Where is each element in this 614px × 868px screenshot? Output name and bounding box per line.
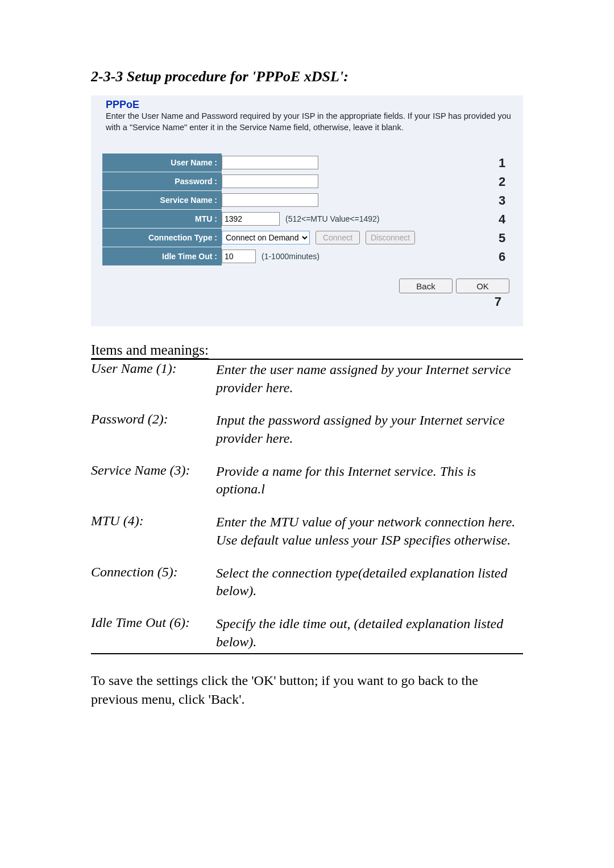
mtu-input[interactable] [222, 212, 280, 226]
callout-4: 4 [492, 210, 512, 229]
idle-timeout-input[interactable] [222, 250, 256, 263]
item-row: MTU (4): Enter the MTU value of your net… [91, 511, 523, 562]
item-term: User Name (1): [91, 361, 216, 397]
connection-type-select[interactable]: Connect on Demand [222, 231, 310, 244]
item-term: Password (2): [91, 412, 216, 447]
item-desc: Enter the user name assigned by your Int… [216, 361, 523, 397]
callout-6: 6 [492, 247, 512, 266]
callout-7: 7 [102, 294, 512, 309]
section-heading: 2-3-3 Setup procedure for 'PPPoE xDSL': [91, 68, 523, 85]
back-button[interactable]: Back [399, 279, 453, 293]
idle-timeout-hint: (1-1000minutes) [262, 252, 320, 261]
idle-timeout-label: Idle Time Out : [102, 247, 222, 265]
mtu-label: MTU : [102, 210, 222, 228]
callout-numbers: 1 2 3 4 5 6 [492, 153, 512, 266]
callout-2: 2 [492, 172, 512, 191]
item-term: Service Name (3): [91, 463, 216, 499]
ok-button[interactable]: OK [456, 279, 509, 293]
password-input[interactable] [222, 175, 318, 188]
callout-3: 3 [492, 191, 512, 210]
panel-title: PPPoE [102, 98, 512, 111]
item-term: MTU (4): [91, 513, 216, 549]
panel-description: Enter the User Name and Password require… [102, 111, 512, 133]
callout-1: 1 [492, 153, 512, 172]
mtu-hint: (512<=MTU Value<=1492) [285, 214, 380, 223]
item-desc: Input the password assigned by your Inte… [216, 412, 523, 447]
item-row: Idle Time Out (6): Specify the idle time… [91, 613, 523, 653]
item-desc: Select the connection type(detailed expl… [216, 564, 523, 600]
connect-button[interactable]: Connect [316, 231, 360, 244]
item-row: Service Name (3): Provide a name for thi… [91, 460, 523, 511]
service-name-label: Service Name : [102, 191, 222, 209]
item-row: Password (2): Input the password assigne… [91, 409, 523, 460]
items-table: User Name (1): Enter the user name assig… [91, 359, 523, 654]
user-name-label: User Name : [102, 153, 222, 172]
items-heading: Items and meanings: [91, 342, 209, 359]
service-name-input[interactable] [222, 193, 318, 207]
item-term: Connection (5): [91, 564, 216, 600]
callout-5: 5 [492, 229, 512, 247]
password-label: Password : [102, 172, 222, 190]
item-row: User Name (1): Enter the user name assig… [91, 360, 523, 409]
item-desc: Provide a name for this Internet service… [216, 463, 523, 499]
item-row: Connection (5): Select the connection ty… [91, 562, 523, 613]
item-desc: Enter the MTU value of your network conn… [216, 513, 523, 549]
connection-type-label: Connection Type : [102, 229, 222, 247]
item-term: Idle Time Out (6): [91, 615, 216, 651]
user-name-input[interactable] [222, 156, 318, 169]
item-desc: Specify the idle time out, (detailed exp… [216, 615, 523, 651]
pppoe-screenshot-panel: PPPoE Enter the User Name and Password r… [91, 95, 523, 326]
disconnect-button[interactable]: Disconnect [366, 231, 415, 244]
footer-note: To save the settings click the 'OK' butt… [91, 671, 523, 708]
